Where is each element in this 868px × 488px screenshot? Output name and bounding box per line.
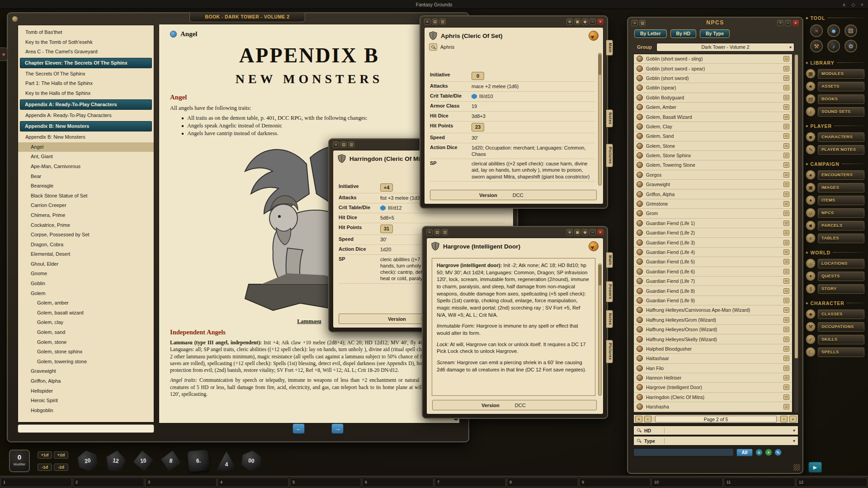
npc-list-item[interactable]: Golem, Towering Stone [634,160,792,170]
restore-icon[interactable]: ◇ [851,0,855,9]
prev-page-button[interactable]: ← [292,423,305,434]
die-d10[interactable]: 10 [132,450,155,473]
npc-list-item[interactable]: Gravewight [634,180,792,189]
modifier-button-plus2d[interactable]: +2d [54,451,68,459]
lock-icon[interactable]: ▣ [574,229,580,235]
npc-list-item[interactable]: Golem, Basalt Wizard [634,112,792,122]
hotkey-slot-9[interactable]: 9 [579,478,651,487]
open-record-icon[interactable] [783,307,789,313]
zoom-icon[interactable]: ⊕ [566,229,573,235]
toc-item[interactable]: Gnome [18,269,154,279]
token-icon[interactable]: ▤ [340,141,347,148]
open-record-icon[interactable] [783,298,789,303]
open-record-icon[interactable] [783,327,789,332]
open-record-icon[interactable] [783,366,789,371]
open-record-icon[interactable] [783,162,789,168]
hotkey-slot-4[interactable]: 4 [217,478,289,487]
npc-list-item[interactable]: Haffrung Helleyes/Carnivorous Ape-Man (W… [634,305,792,315]
npc-list-item[interactable]: Guardian Fiend (Life 9) [634,296,792,305]
npc-list-item[interactable]: Grom [634,209,792,218]
open-record-icon[interactable] [783,404,789,409]
sidebar-item-characters[interactable]: ☻CHARACTERS [806,132,864,142]
clear-targets-icon[interactable]: × [810,24,823,37]
minimize-icon[interactable]: − [590,19,596,25]
edit-button[interactable]: ✎ [774,449,782,456]
open-record-icon[interactable] [783,221,789,226]
npc-list-item[interactable]: Goblin (short sword - spear) [634,64,792,73]
npc-list-item[interactable]: Guardian Fiend (Life 3) [634,238,792,247]
npc-list-item[interactable]: Haltashaar [634,354,792,363]
lock-icon[interactable]: ▣ [574,19,580,25]
hotkey-slot-11[interactable]: 11 [724,478,795,487]
npc-list-item[interactable]: Guardian Fiend (Life 6) [634,267,792,277]
close-icon[interactable]: × [793,20,799,26]
chevron-down-icon[interactable]: ▾ [793,438,795,443]
npc-list-item[interactable]: Harringdon (Cleric Of Mitra) [634,393,792,402]
next-page-button[interactable]: › [780,416,788,422]
die-d8[interactable]: 8 [159,449,183,473]
pointer-button[interactable]: ▶ [808,462,822,473]
open-record-icon[interactable] [783,269,789,274]
minimize-icon[interactable]: − [590,229,596,235]
sidebar-item-locations[interactable]: ⌂LOCATIONS [806,258,864,268]
resize-grip[interactable] [793,464,800,471]
help-icon[interactable]: ? [777,20,783,26]
open-record-icon[interactable] [783,278,789,284]
npc-list-item[interactable]: Gorgos [634,170,792,180]
sidebar-item-player-notes[interactable]: ✎PLAYER NOTES [806,145,864,155]
toc-item[interactable]: Chimera, Prime [18,211,154,221]
sidebar-item-occupations[interactable]: ⚒OCCUPATIONS [806,322,864,332]
toc-item[interactable]: Golem [18,289,154,299]
npc-list-item[interactable]: Haffrung Helleyes/Grom (Wizard) [634,315,792,325]
hotkey-slot-3[interactable]: 3 [145,478,217,487]
open-record-icon[interactable] [783,143,789,149]
toc-item[interactable]: Key to the Tomb of Soth'esehk [18,38,154,47]
modifier-button-minus2d[interactable]: -2d [54,464,68,471]
modifier-button-plus1d[interactable]: +1d [38,451,52,459]
group-select[interactable]: Dark Tower - Volume 2 ▾ [656,43,794,52]
hotkey-slot-6[interactable]: 6 [362,478,434,487]
die-d20[interactable]: 20 [75,449,99,473]
open-record-icon[interactable] [783,356,789,361]
forge-icon[interactable]: ⚒ [810,40,823,52]
toc-item[interactable]: Carrion Creeper [18,201,154,211]
tab-main[interactable]: Main [606,40,613,56]
toc-item[interactable]: Ghoul, Elder [18,259,154,269]
toc-item[interactable]: Ape-Man, Carnivorous [18,162,154,172]
npc-list-item[interactable]: Harshasha [634,402,792,412]
list-scrollbar-thumb[interactable] [795,55,798,358]
npc-list-item[interactable]: Goblin Bodyguard [634,93,792,103]
collapse-icon[interactable]: ∧ [842,0,846,9]
toc-item[interactable]: Golem, stone [18,338,154,347]
sidebar-item-images[interactable]: ▣IMAGES [806,183,864,192]
stat-value-box[interactable]: +4 [380,183,393,192]
radial-menu-icon[interactable]: ≡ [632,20,638,26]
toc-item[interactable]: Appendix A: Ready-To-Play Characters [18,111,154,121]
open-record-icon[interactable] [783,75,789,81]
dock-tab[interactable]: ◆ [0,47,8,61]
open-record-icon[interactable] [783,133,789,139]
open-record-icon[interactable] [783,85,789,90]
tab-notes[interactable]: Notes [606,109,613,127]
sheet-scrollbar-thumb[interactable] [599,265,601,286]
npc-list-item[interactable]: Han Filo [634,364,792,373]
sidebar-item-classes[interactable]: ♣CLASSES [806,309,864,319]
open-record-icon[interactable] [783,104,789,110]
open-record-icon[interactable] [783,230,789,235]
npc-list-item[interactable]: Guardian Fiend (Life 8) [634,286,792,296]
sheet-scrollbar-thumb[interactable] [599,54,601,75]
notes-icon[interactable]: ▥ [348,141,354,148]
toc-item[interactable]: Bear [18,172,154,182]
toc-item[interactable]: Golem, basalt wizard [18,308,154,318]
toc-item[interactable]: Hellspider [18,386,154,396]
open-record-icon[interactable] [783,317,789,323]
toc-item[interactable]: The Secrets Of The Sphinx [18,69,154,79]
toc-item[interactable]: Goblin [18,279,154,289]
open-record-icon[interactable] [783,259,789,264]
token-icon[interactable]: ▤ [639,20,646,26]
toc-item[interactable]: Golem, towering stone [18,357,154,367]
die-d4[interactable]: 4 [216,450,237,471]
token-icon[interactable]: ▤ [434,229,440,235]
open-record-icon[interactable] [783,95,789,100]
stat-value-box[interactable]: 0 [472,72,484,80]
